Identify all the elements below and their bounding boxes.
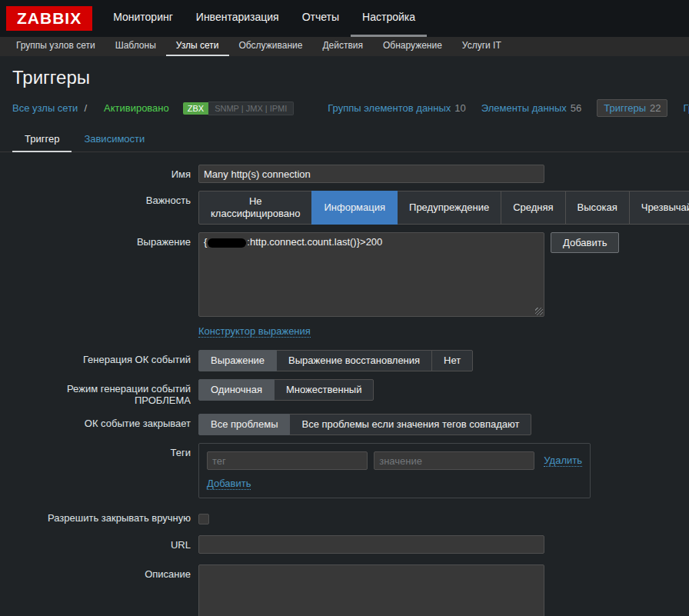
all-hosts-link[interactable]: Все узлы сети: [12, 102, 78, 114]
menu-monitoring[interactable]: Мониторинг: [102, 0, 185, 37]
severity-row: Важность Не классифицировано Информация …: [12, 191, 677, 225]
main-menu: Мониторинг Инвентаризация Отчеты Настрой…: [102, 0, 427, 37]
tag-name-input[interactable]: [207, 451, 368, 470]
expression-textarea[interactable]: {:http.connect.count.last()}>200: [198, 232, 544, 317]
url-input[interactable]: [198, 535, 544, 554]
description-label: Описание: [12, 564, 198, 580]
items-count: 56: [571, 102, 581, 114]
triggers-count: 22: [650, 102, 661, 114]
severity-not-classified[interactable]: Не классифицировано: [198, 191, 312, 225]
expression-add-button[interactable]: Добавить: [551, 232, 619, 253]
tag-entry-row: Удалить: [207, 451, 582, 470]
breadcrumb-separator: /: [84, 102, 87, 114]
subnav-hosts[interactable]: Узлы сети: [166, 37, 229, 56]
manual-close-checkbox[interactable]: [198, 514, 209, 524]
tag-add-link[interactable]: Добавить: [207, 478, 251, 490]
okgen-none[interactable]: Нет: [431, 350, 473, 371]
expression-constructor-row: Конструктор выражения: [12, 320, 677, 338]
manual-close-row: Разрешить закрывать вручную: [12, 511, 677, 524]
menu-reports[interactable]: Отчеты: [291, 0, 351, 37]
severity-disaster[interactable]: Чрезвычайная: [629, 191, 689, 225]
description-row: Описание: [12, 564, 677, 616]
top-bar: ZABBIX Мониторинг Инвентаризация Отчеты …: [0, 0, 689, 37]
severity-information[interactable]: Информация: [311, 191, 398, 225]
zbx-agent-badge: ZBX: [183, 102, 208, 115]
expression-prefix: {: [204, 236, 207, 248]
expression-constructor-link[interactable]: Конструктор выражения: [198, 325, 311, 338]
name-row: Имя: [12, 165, 677, 183]
tags-row: Теги Удалить Добавить: [12, 443, 677, 498]
expression-label: Выражение: [12, 232, 198, 248]
problem-event-mode-row: Режим генерации событий ПРОБЛЕМА Одиночн…: [12, 379, 677, 406]
menu-inventory[interactable]: Инвентаризация: [185, 0, 291, 37]
okgen-expression[interactable]: Выражение: [198, 350, 277, 371]
tag-remove-link[interactable]: Удалить: [544, 455, 582, 467]
applications-link[interactable]: Группы элементов данных 10: [328, 100, 465, 116]
mode-multiple[interactable]: Множественный: [274, 379, 374, 401]
trigger-tabs: Триггер Зависимости: [0, 126, 689, 152]
menu-configuration[interactable]: Настройка: [351, 0, 427, 37]
mode-single[interactable]: Одиночная: [198, 379, 275, 401]
ok-event-generation-control: Выражение Выражение восстановления Нет: [198, 350, 473, 371]
url-row: URL: [12, 535, 677, 554]
agent-status-badges: ZBX SNMP | JMX | IPMI: [183, 102, 295, 115]
closes-all-problems-if-tags-match[interactable]: Все проблемы если значения тегов совпада…: [289, 414, 531, 435]
expression-resize-handle[interactable]: [535, 308, 543, 315]
severity-warning[interactable]: Предупреждение: [397, 191, 501, 225]
subnav-maintenance[interactable]: Обслуживание: [229, 37, 313, 56]
config-subnav: Группы узлов сети Шаблоны Узлы сети Обсл…: [0, 37, 689, 56]
trigger-form: Имя Важность Не классифицировано Информа…: [0, 152, 689, 616]
severity-label: Важность: [12, 191, 198, 206]
url-label: URL: [12, 535, 198, 551]
other-agents-badge: SNMP | JMX | IPMI: [208, 102, 294, 115]
severity-high[interactable]: Высокая: [565, 191, 630, 225]
severity-average[interactable]: Средняя: [501, 191, 565, 225]
expression-host-redacted: [208, 238, 246, 248]
zabbix-logo[interactable]: ZABBIX: [6, 6, 92, 31]
tags-label: Теги: [12, 443, 198, 458]
okgen-recovery-expression[interactable]: Выражение восстановления: [276, 350, 432, 371]
ok-event-closes-control: Все проблемы Все проблемы если значения …: [198, 414, 531, 435]
host-entity-links: Группы элементов данных 10 Элементы данн…: [312, 99, 689, 117]
graphs-link[interactable]: Графики 14: [683, 100, 689, 116]
closes-all-problems[interactable]: Все проблемы: [198, 414, 290, 435]
expression-row: Выражение {:http.connect.count.last()}>2…: [12, 232, 677, 317]
triggers-link[interactable]: Триггеры 22: [597, 99, 667, 117]
problem-event-mode-label: Режим генерации событий ПРОБЛЕМА: [12, 379, 198, 406]
ok-event-closes-row: ОК событие закрывает Все проблемы Все пр…: [12, 414, 677, 435]
host-breadcrumb: Все узлы сети / Активировано ZBX SNMP | …: [0, 93, 689, 126]
tab-trigger[interactable]: Триггер: [12, 126, 72, 152]
problem-event-mode-control: Одиночная Множественный: [198, 379, 374, 401]
expression-suffix: :http.connect.count.last()}>200: [247, 236, 382, 248]
description-textarea[interactable]: [198, 564, 544, 616]
ok-event-closes-label: ОК событие закрывает: [12, 414, 198, 429]
subnav-host-groups[interactable]: Группы узлов сети: [6, 37, 105, 56]
subnav-templates[interactable]: Шаблоны: [105, 37, 166, 56]
tags-editor: Удалить Добавить: [198, 443, 591, 498]
subnav-discovery[interactable]: Обнаружение: [373, 37, 452, 56]
name-label: Имя: [12, 165, 198, 180]
tab-dependencies[interactable]: Зависимости: [72, 126, 157, 152]
subnav-it-services[interactable]: Услуги IT: [452, 37, 511, 56]
manual-close-label: Разрешить закрывать вручную: [12, 511, 198, 524]
items-link[interactable]: Элементы данных 56: [481, 100, 581, 116]
subnav-actions[interactable]: Действия: [312, 37, 373, 56]
page-title: Триггеры: [0, 56, 689, 93]
name-input[interactable]: [198, 165, 544, 183]
applications-count: 10: [454, 102, 465, 114]
host-status-enabled: Активировано: [104, 102, 169, 114]
tag-value-input[interactable]: [374, 451, 534, 470]
ok-event-generation-row: Генерация ОК событий Выражение Выражение…: [12, 350, 677, 371]
severity-control: Не классифицировано Информация Предупреж…: [198, 191, 689, 225]
ok-event-generation-label: Генерация ОК событий: [12, 350, 198, 365]
